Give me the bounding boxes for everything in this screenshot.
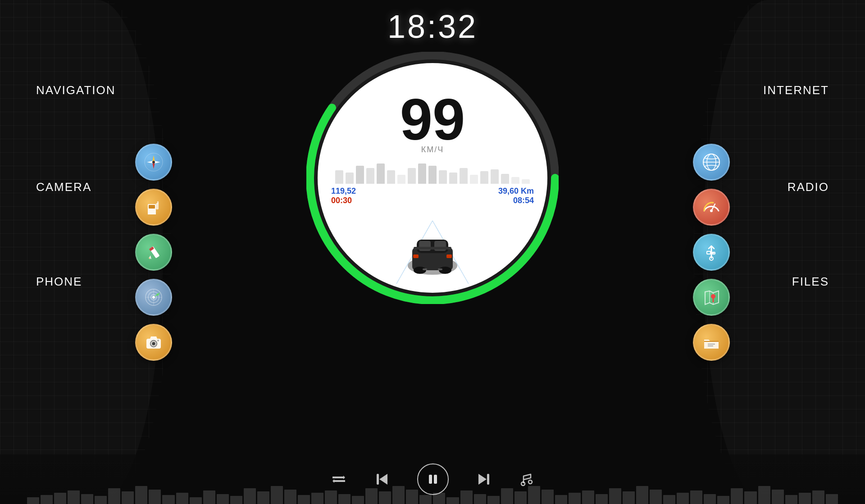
eq-bar bbox=[663, 495, 675, 504]
svg-rect-58 bbox=[377, 474, 379, 485]
svg-rect-52 bbox=[414, 247, 451, 250]
eq-bar bbox=[717, 496, 729, 504]
eq-bar bbox=[230, 496, 242, 504]
svg-rect-60 bbox=[434, 475, 437, 484]
files-icon-btn[interactable] bbox=[693, 324, 730, 361]
usb-icon-btn[interactable] bbox=[693, 234, 730, 271]
svg-rect-32 bbox=[707, 251, 710, 254]
chart-bar bbox=[397, 175, 405, 184]
eq-bar bbox=[122, 491, 134, 504]
eq-bar bbox=[203, 490, 215, 504]
radar-icon-btn[interactable] bbox=[135, 279, 172, 316]
nav-label-phone[interactable]: PHONE bbox=[36, 275, 82, 289]
chart-bar bbox=[377, 163, 385, 184]
eq-bar bbox=[677, 493, 689, 504]
eq-bar bbox=[81, 494, 93, 504]
eq-bar bbox=[176, 493, 188, 504]
chart-bar bbox=[460, 168, 468, 184]
svg-point-63 bbox=[521, 482, 525, 486]
player-bar bbox=[0, 454, 865, 504]
nav-label-navigation[interactable]: NAVIGATION bbox=[36, 83, 116, 97]
eq-bar bbox=[799, 493, 811, 504]
svg-rect-62 bbox=[487, 474, 489, 485]
fuel-icon-btn[interactable] bbox=[135, 189, 172, 226]
eq-bar bbox=[392, 486, 405, 504]
music-button[interactable] bbox=[519, 472, 534, 487]
svg-point-64 bbox=[528, 480, 532, 484]
eq-bar bbox=[135, 486, 147, 504]
nav-label-files[interactable]: FILES bbox=[792, 275, 829, 289]
eq-bar bbox=[474, 494, 486, 504]
nav-label-radio[interactable]: RADIO bbox=[788, 180, 829, 194]
chart-bar bbox=[501, 174, 509, 184]
eq-bar bbox=[311, 493, 323, 504]
eq-bar bbox=[623, 491, 635, 504]
next-button[interactable] bbox=[476, 471, 492, 487]
svg-line-34 bbox=[711, 253, 714, 253]
eq-bar bbox=[446, 497, 459, 504]
chart-bar bbox=[480, 171, 488, 184]
chart-bar bbox=[491, 169, 499, 184]
chart-bar bbox=[356, 166, 364, 184]
eq-bar bbox=[636, 486, 648, 504]
svg-point-24 bbox=[153, 343, 155, 345]
map-pin-icon-btn[interactable] bbox=[693, 279, 730, 316]
stat-right: 39,60 Km 08:54 bbox=[498, 186, 534, 205]
eq-bar bbox=[596, 494, 608, 504]
stat-km: 39,60 Km bbox=[498, 186, 534, 196]
chart-bar bbox=[366, 168, 374, 184]
draw-icon-btn[interactable] bbox=[135, 234, 172, 271]
eq-bar bbox=[772, 490, 784, 504]
eq-bar bbox=[758, 486, 770, 504]
navigation-icon-btn[interactable] bbox=[135, 144, 172, 181]
svg-rect-7 bbox=[149, 205, 155, 209]
eq-bar bbox=[650, 490, 662, 504]
chart-bar bbox=[439, 170, 447, 184]
nav-label-camera[interactable]: CAMERA bbox=[36, 180, 91, 194]
repeat-button[interactable] bbox=[331, 473, 347, 486]
internet-icon-btn[interactable] bbox=[693, 144, 730, 181]
chart-bar bbox=[522, 179, 530, 184]
eq-bar bbox=[244, 488, 256, 504]
gauge-icon-btn[interactable] bbox=[693, 189, 730, 226]
eq-bar bbox=[338, 494, 351, 504]
chart-bar bbox=[346, 173, 354, 184]
svg-rect-51 bbox=[446, 254, 452, 258]
chart-bar bbox=[335, 170, 343, 184]
camera-icon-btn[interactable] bbox=[135, 324, 172, 361]
svg-rect-8 bbox=[156, 203, 159, 209]
eq-bar bbox=[487, 496, 500, 504]
eq-bar bbox=[325, 490, 337, 504]
svg-point-19 bbox=[152, 296, 155, 299]
eq-bar bbox=[298, 495, 310, 504]
chart-bar bbox=[449, 173, 457, 184]
eq-bar bbox=[690, 490, 702, 504]
play-pause-button[interactable] bbox=[417, 463, 449, 495]
eq-bar bbox=[68, 490, 80, 504]
clock-display: 18:32 bbox=[387, 8, 478, 45]
eq-bar bbox=[826, 494, 838, 504]
eq-bar bbox=[785, 495, 797, 504]
speedometer-inner: 99 КМ/Ч 119,52 00:30 39,60 Km 08:54 bbox=[318, 63, 547, 293]
eq-bar bbox=[555, 495, 567, 504]
eq-bar bbox=[217, 494, 229, 504]
svg-rect-50 bbox=[413, 254, 419, 258]
svg-rect-59 bbox=[429, 475, 432, 484]
nav-label-internet[interactable]: INTERNET bbox=[763, 83, 829, 97]
speedometer-outer: 99 КМ/Ч 119,52 00:30 39,60 Km 08:54 bbox=[306, 52, 559, 304]
prev-button[interactable] bbox=[374, 471, 390, 487]
eq-bar bbox=[257, 491, 269, 504]
eq-bar bbox=[95, 496, 107, 504]
eq-bar bbox=[271, 486, 283, 504]
svg-marker-57 bbox=[379, 474, 387, 485]
eq-bar bbox=[41, 495, 53, 504]
eq-bar bbox=[162, 495, 174, 504]
eq-bar bbox=[190, 497, 202, 504]
eq-bar bbox=[731, 488, 743, 504]
stat-left: 119,52 00:30 bbox=[331, 186, 356, 205]
eq-bar bbox=[149, 490, 161, 504]
eq-bar bbox=[379, 491, 391, 504]
eq-bar bbox=[514, 491, 527, 504]
eq-bar bbox=[501, 488, 513, 504]
chart-bar bbox=[408, 168, 416, 184]
